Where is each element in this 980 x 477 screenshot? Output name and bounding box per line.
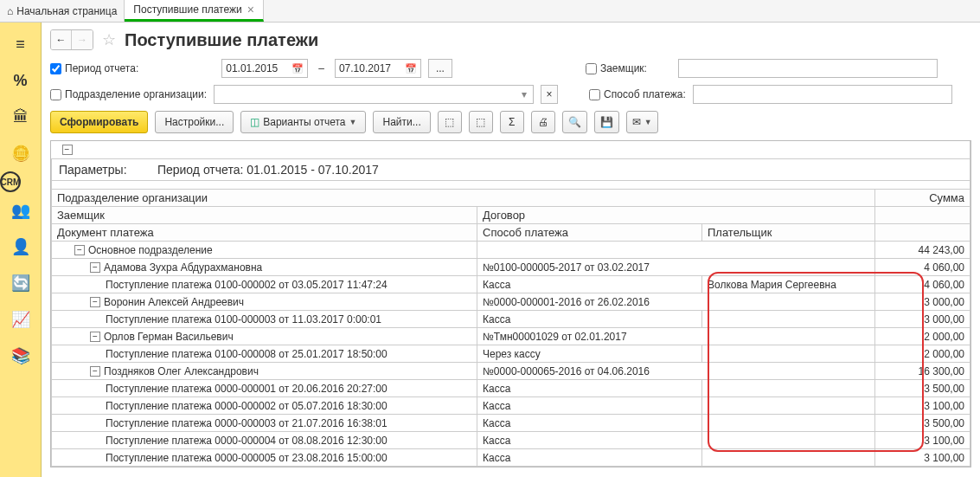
data-row[interactable]: −Основное подразделение44 243,00 — [52, 242, 970, 259]
row-col3 — [702, 345, 875, 363]
row-text: Орлов Герман Васильевич — [104, 331, 234, 343]
paymethod-check-input[interactable] — [589, 89, 600, 100]
bank-icon[interactable]: 🏛 — [0, 99, 41, 135]
collapse-button[interactable]: ⬚ — [469, 111, 493, 133]
row-col2: Касса — [477, 276, 702, 293]
data-row[interactable]: −Поздняков Олег Александрович№0000-00006… — [52, 363, 970, 380]
row-sum: 44 243,00 — [875, 242, 970, 259]
period-checkbox[interactable]: Период отчета: — [50, 62, 138, 74]
tree-toggle[interactable]: − — [90, 332, 100, 342]
mail-button[interactable]: ✉▼ — [626, 111, 658, 133]
clear-button[interactable]: × — [541, 85, 558, 104]
calendar-icon[interactable]: 📅 — [405, 63, 417, 74]
date-from-value: 01.01.2015 — [226, 62, 286, 74]
sum-button[interactable]: Σ — [500, 111, 524, 133]
back-button[interactable]: ← — [51, 30, 72, 49]
crm-icon[interactable]: CRM — [0, 171, 21, 192]
generate-button[interactable]: Сформировать — [50, 111, 148, 133]
top-tabbar: ⌂ Начальная страница Поступившие платежи… — [0, 0, 980, 23]
org-check-input[interactable] — [50, 89, 61, 100]
date-from-input[interactable]: 01.01.2015 📅 — [221, 59, 308, 78]
tree-toggle[interactable]: − — [74, 245, 85, 255]
row-text: Поступление платежа 0000-000003 от 21.07… — [106, 417, 388, 429]
print-button[interactable]: 🖨 — [531, 111, 555, 133]
row-sum: 2 000,00 — [875, 328, 970, 345]
row-col2: Через кассу — [477, 345, 702, 363]
row-col2: №Тмн00001029 от 02.01.2017 — [477, 328, 875, 345]
header-borrower: Заемщик — [52, 207, 477, 224]
favorite-icon[interactable]: ☆ — [102, 30, 116, 49]
row-sum: 3 000,00 — [875, 293, 970, 311]
borrower-check-input[interactable] — [586, 63, 597, 74]
borrower-field[interactable] — [678, 59, 938, 78]
paymethod-field[interactable] — [693, 85, 952, 104]
data-row[interactable]: Поступление платежа 0100-000008 от 25.01… — [52, 345, 970, 363]
data-row[interactable]: Поступление платежа 0100-000003 от 11.03… — [52, 311, 970, 328]
tree-toggle[interactable]: − — [90, 262, 100, 273]
row-col3 — [702, 397, 875, 415]
preview-button[interactable]: 🔍 — [562, 111, 587, 133]
row-text: Поступление платежа 0000-000005 от 23.08… — [106, 452, 388, 464]
calendar-icon[interactable]: 📅 — [291, 63, 304, 74]
org-checkbox[interactable]: Подразделение организации: — [50, 88, 207, 100]
chart-icon[interactable]: 📈 — [0, 301, 41, 338]
data-row[interactable]: −Адамова Зухра Абдурахмановна№0100-00000… — [52, 259, 970, 276]
books-icon[interactable]: 📚 — [0, 338, 41, 374]
row-sum: 4 060,00 — [875, 259, 970, 276]
date-to-value: 07.10.2017 — [339, 62, 400, 74]
sidebar: ≡ % 🏛 🪙 CRM 👥 👤 🔄 📈 📚 — [0, 23, 42, 477]
data-row[interactable]: −Орлов Герман Васильевич№Тмн00001029 от … — [52, 328, 970, 345]
row-col3 — [702, 311, 875, 328]
dropdown-icon[interactable]: ▾ — [519, 88, 529, 100]
tree-toggle[interactable]: − — [90, 297, 100, 307]
data-row[interactable]: Поступление платежа 0000-000004 от 08.08… — [52, 432, 970, 449]
row-sum: 3 000,00 — [875, 311, 970, 328]
tab-label: Поступившие платежи — [133, 3, 241, 16]
row-col2: Касса — [477, 415, 702, 432]
data-row[interactable]: −Воронин Алексей Андреевич№0000-000001-2… — [52, 293, 970, 311]
org-field[interactable]: ▾ — [214, 85, 534, 104]
close-icon[interactable]: × — [247, 3, 254, 16]
variants-icon: ◫ — [250, 116, 259, 128]
period-check-input[interactable] — [50, 63, 61, 74]
refresh-icon[interactable]: 🔄 — [0, 265, 41, 301]
data-row[interactable]: Поступление платежа 0000-000002 от 05.07… — [52, 397, 970, 415]
tree-toggle[interactable]: − — [62, 145, 73, 155]
tree-toggle[interactable]: − — [90, 366, 100, 377]
tab-active[interactable]: Поступившие платежи × — [125, 0, 264, 22]
row-col3 — [702, 449, 875, 467]
save-button[interactable]: 💾 — [594, 111, 619, 133]
home-tab[interactable]: ⌂ Начальная страница — [0, 0, 125, 22]
header-contract: Договор — [477, 207, 875, 224]
row-text: Поступление платежа 0000-000002 от 05.07… — [106, 400, 388, 412]
paymethod-checkbox[interactable]: Способ платежа: — [589, 88, 686, 100]
data-row[interactable]: Поступление платежа 0000-000003 от 21.07… — [52, 415, 970, 432]
data-row[interactable]: Поступление платежа 0000-000001 от 20.06… — [52, 380, 970, 397]
row-text: Поздняков Олег Александрович — [104, 365, 259, 377]
find-button[interactable]: Найти... — [373, 111, 430, 133]
header-doc: Документ платежа — [52, 224, 477, 242]
row-text: Поступление платежа 0000-000004 от 08.08… — [106, 435, 388, 447]
borrower-checkbox[interactable]: Заемщик: — [586, 62, 647, 74]
date-more-button[interactable]: ... — [428, 59, 452, 78]
forward-button[interactable]: → — [72, 30, 93, 49]
paymethod-label: Способ платежа: — [604, 88, 686, 100]
expand-button[interactable]: ⬚ — [438, 111, 462, 133]
percent-icon[interactable]: % — [0, 62, 41, 99]
row-col2 — [477, 242, 875, 259]
row-sum: 2 000,00 — [875, 345, 970, 363]
coins-icon[interactable]: 🪙 — [0, 135, 41, 171]
date-sep: – — [315, 62, 328, 74]
params-label: Параметры: — [59, 163, 154, 177]
row-sum: 3 500,00 — [875, 415, 970, 432]
user-icon[interactable]: 👤 — [0, 229, 41, 265]
row-text: Поступление платежа 0100-000002 от 03.05… — [106, 279, 388, 291]
date-to-input[interactable]: 07.10.2017 📅 — [335, 59, 421, 78]
settings-button[interactable]: Настройки... — [155, 111, 234, 133]
data-row[interactable]: Поступление платежа 0000-000005 от 23.08… — [52, 449, 970, 467]
variants-button[interactable]: ◫ Варианты отчета ▼ — [240, 111, 366, 133]
home-label: Начальная страница — [16, 5, 117, 17]
menu-icon[interactable]: ≡ — [0, 26, 41, 62]
users-icon[interactable]: 👥 — [0, 192, 41, 229]
data-row[interactable]: Поступление платежа 0100-000002 от 03.05… — [52, 276, 970, 293]
